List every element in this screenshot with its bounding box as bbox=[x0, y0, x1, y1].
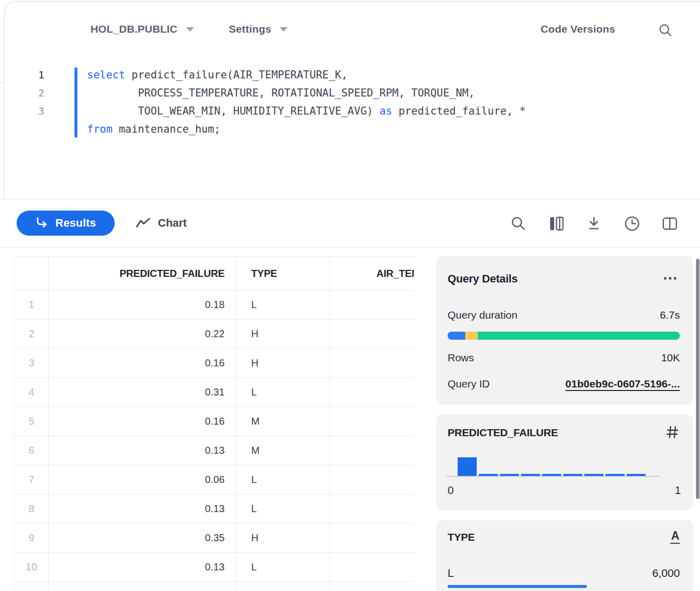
predicted-failure-cell[interactable]: 0.18 bbox=[49, 290, 237, 320]
type-stat-row-top: L6,000 bbox=[448, 566, 680, 580]
predicted-failure-cell[interactable]: 0.13 bbox=[49, 553, 237, 582]
type-cell[interactable]: L bbox=[237, 495, 330, 524]
query-details-card: Query Details ⋯ Query duration 6.7s Rows… bbox=[436, 256, 693, 405]
row-number-header[interactable] bbox=[15, 257, 49, 290]
type-cell[interactable]: L bbox=[237, 290, 330, 320]
table-row: 20.22H bbox=[15, 320, 414, 349]
predicted-failure-cell[interactable]: 0.35 bbox=[49, 524, 237, 553]
type-value-label: L bbox=[448, 567, 454, 580]
predicted-failure-cell[interactable]: 0.16 bbox=[49, 407, 237, 436]
row-number-cell[interactable]: 4 bbox=[15, 378, 49, 407]
code-line[interactable]: from maintenance_hum; bbox=[87, 120, 526, 138]
air-temperature-cell[interactable] bbox=[330, 349, 414, 378]
query-history-icon[interactable] bbox=[623, 215, 641, 233]
predicted-failure-cell[interactable]: 0.13 bbox=[49, 495, 237, 524]
predicted-failure-cell[interactable]: 0.13 bbox=[49, 436, 237, 465]
query-duration-value: 6.7s bbox=[660, 309, 680, 321]
type-cell[interactable]: L bbox=[237, 465, 330, 495]
air-temperature-cell[interactable] bbox=[330, 465, 414, 495]
type-value-count: 6,000 bbox=[652, 567, 680, 580]
predicted-failure-cell[interactable] bbox=[49, 582, 237, 591]
type-value-bar bbox=[448, 585, 587, 588]
results-tab-label: Results bbox=[55, 217, 96, 230]
air-temperature-cell[interactable] bbox=[330, 553, 414, 582]
code-line[interactable]: PROCESS_TEMPERATURE, ROTATIONAL_SPEED_RP… bbox=[87, 84, 526, 102]
type-cell[interactable] bbox=[237, 582, 330, 591]
split-panel-icon[interactable] bbox=[661, 215, 679, 233]
search-icon[interactable] bbox=[657, 22, 674, 39]
air-temperature-cell[interactable] bbox=[330, 290, 414, 320]
table-row: 60.13M bbox=[15, 436, 414, 465]
air-temperature-cell[interactable] bbox=[330, 524, 414, 553]
alpha-glyph: A bbox=[670, 529, 680, 544]
sql-text: PROCESS_TEMPERATURE, ROTATIONAL_SPEED_RP… bbox=[87, 87, 475, 99]
type-cell[interactable]: M bbox=[237, 436, 330, 465]
chart-tab-label: Chart bbox=[158, 217, 187, 230]
settings-label: Settings bbox=[229, 23, 271, 35]
row-number-cell[interactable]: 2 bbox=[15, 320, 49, 349]
row-number-cell[interactable]: 1 bbox=[15, 290, 49, 320]
air-temperature-cell[interactable] bbox=[330, 436, 414, 465]
code-versions-button[interactable]: Code Versions bbox=[541, 23, 615, 35]
code-line[interactable]: select predict_failure(AIR_TEMPERATURE_K… bbox=[87, 66, 526, 84]
type-stat-row[interactable]: L6,000 bbox=[448, 566, 680, 588]
results-table-viewport: PREDICTED_FAILURE TYPE AIR_TEMPERATURE_K… bbox=[14, 256, 414, 591]
alphabetical-sort-icon[interactable]: A bbox=[670, 529, 680, 543]
download-icon[interactable] bbox=[585, 215, 603, 233]
histogram-filter-icon[interactable] bbox=[665, 425, 680, 440]
predicted-failure-cell[interactable]: 0.16 bbox=[49, 349, 237, 378]
predicted-failure-stats-card: PREDICTED_FAILURE 0 1 bbox=[436, 415, 693, 510]
table-row: 70.06L bbox=[15, 465, 414, 495]
type-cell[interactable]: H bbox=[237, 349, 330, 378]
tab-results[interactable]: Results bbox=[17, 211, 115, 236]
air-temperature-cell[interactable] bbox=[330, 582, 414, 591]
sql-editor[interactable]: select predict_failure(AIR_TEMPERATURE_K… bbox=[87, 66, 526, 138]
type-cell[interactable]: H bbox=[237, 320, 330, 349]
predicted-failure-cell[interactable]: 0.06 bbox=[49, 465, 237, 495]
code-line[interactable]: TOOL_WEAR_MIN, HUMIDITY_RELATIVE_AVG) as… bbox=[87, 102, 526, 120]
air-temperature-cell[interactable] bbox=[330, 407, 414, 436]
air-temperature-cell[interactable] bbox=[330, 495, 414, 524]
row-number-cell[interactable]: 9 bbox=[15, 524, 49, 553]
type-cell[interactable]: M bbox=[237, 407, 330, 436]
histogram-bar[interactable] bbox=[458, 457, 477, 476]
axis-max-label: 1 bbox=[675, 484, 681, 497]
air-temperature-cell[interactable] bbox=[330, 378, 414, 407]
table-row: 50.16M bbox=[15, 407, 414, 436]
row-number-cell[interactable] bbox=[15, 582, 49, 591]
type-cell[interactable]: H bbox=[237, 524, 330, 553]
more-options-icon[interactable]: ⋯ bbox=[663, 270, 679, 285]
settings-dropdown[interactable]: Settings bbox=[229, 18, 288, 40]
search-results-icon[interactable] bbox=[509, 215, 528, 233]
column-header-type[interactable]: TYPE bbox=[237, 257, 330, 290]
tab-chart[interactable]: Chart bbox=[136, 211, 187, 236]
sql-text: TOOL_WEAR_MIN, HUMIDITY_RELATIVE_AVG) bbox=[87, 105, 380, 117]
row-number-cell[interactable]: 8 bbox=[15, 495, 49, 524]
type-cell[interactable]: L bbox=[237, 378, 330, 407]
query-duration-bar[interactable] bbox=[448, 332, 680, 340]
query-id-link[interactable]: 01b0eb9c-0607-5196-... bbox=[565, 378, 680, 390]
table-row: 30.16H bbox=[15, 349, 414, 378]
column-header-air-temperature[interactable]: AIR_TEMPERATURE_K bbox=[330, 257, 414, 290]
row-number-cell[interactable]: 3 bbox=[15, 349, 49, 378]
table-row: 100.13L bbox=[15, 553, 414, 582]
columns-view-icon[interactable] bbox=[548, 215, 566, 233]
table-header-row: PREDICTED_FAILURE TYPE AIR_TEMPERATURE_K bbox=[15, 257, 414, 290]
air-temperature-cell[interactable] bbox=[330, 320, 414, 349]
row-number-cell[interactable]: 6 bbox=[15, 436, 49, 465]
editor-results-divider bbox=[0, 199, 700, 200]
row-number-cell[interactable]: 7 bbox=[15, 465, 49, 495]
row-number-cell[interactable]: 10 bbox=[15, 553, 49, 582]
predicted-failure-cell[interactable]: 0.31 bbox=[49, 378, 237, 407]
predicted-failure-cell[interactable]: 0.22 bbox=[49, 320, 237, 349]
type-cell[interactable]: L bbox=[237, 553, 330, 582]
toolbar-table-divider bbox=[0, 247, 700, 248]
column-header-predicted-failure[interactable]: PREDICTED_FAILURE bbox=[49, 257, 237, 290]
database-schema-selector[interactable]: HOL_DB.PUBLIC bbox=[91, 18, 194, 40]
row-number-cell[interactable]: 5 bbox=[15, 407, 49, 436]
chevron-down-icon bbox=[186, 27, 194, 32]
chevron-down-icon bbox=[280, 27, 288, 32]
vertical-scrollbar-thumb[interactable] bbox=[696, 259, 699, 499]
table-row: 80.13L bbox=[15, 495, 414, 524]
rows-label: Rows bbox=[448, 352, 474, 364]
